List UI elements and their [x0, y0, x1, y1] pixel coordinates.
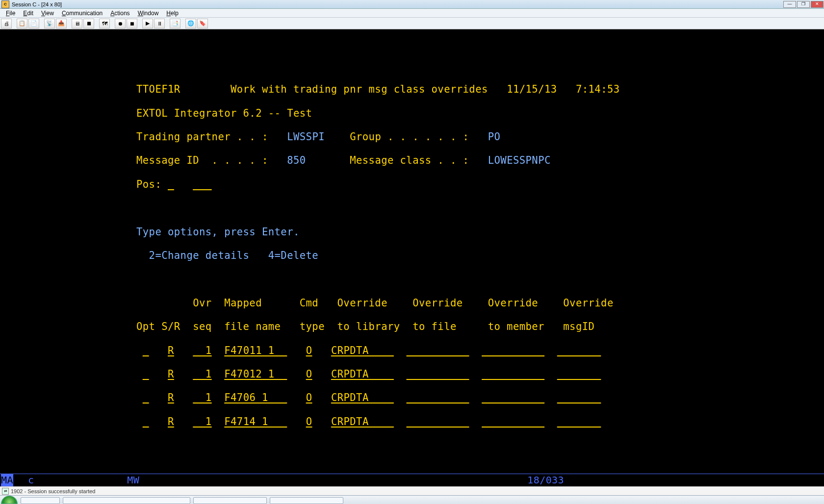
- cmd-field[interactable]: O: [306, 392, 312, 403]
- seq-field[interactable]: 1: [193, 416, 211, 428]
- opt-field[interactable]: _: [143, 416, 149, 428]
- file2-field[interactable]: [407, 392, 469, 403]
- toolbar-map-button[interactable]: 🗺: [99, 19, 110, 28]
- group-label: Group . . . . . . :: [350, 131, 469, 143]
- menu-file[interactable]: File: [2, 10, 19, 17]
- member-field[interactable]: [482, 392, 544, 403]
- oia-ma: MA: [1, 474, 13, 486]
- sr-field[interactable]: R: [168, 416, 174, 428]
- cmd-field[interactable]: O: [306, 368, 312, 380]
- cmd-field[interactable]: O: [306, 345, 312, 356]
- menu-edit[interactable]: Edit: [19, 10, 37, 17]
- pos-field-1[interactable]: _: [168, 178, 174, 190]
- oia-c: c: [28, 474, 34, 486]
- tp-label: Trading partner . . :: [136, 131, 268, 143]
- toolbar-play-button[interactable]: ▶: [142, 19, 153, 28]
- member-field[interactable]: [482, 368, 544, 380]
- file2-field[interactable]: [407, 416, 469, 428]
- toolbar-send-button[interactable]: 📡: [44, 19, 55, 28]
- screen-time: 7:14:53: [576, 83, 620, 95]
- toolbar-record-button[interactable]: ⏺: [115, 19, 126, 28]
- menu-communication[interactable]: Communication: [58, 10, 106, 17]
- msgid-field[interactable]: [557, 368, 601, 380]
- menu-actions[interactable]: Actions: [106, 10, 133, 17]
- toolbar-help-button[interactable]: 🌐: [185, 19, 196, 28]
- member-field[interactable]: [482, 416, 544, 428]
- toolbar-stop-button[interactable]: ⏹: [127, 19, 137, 28]
- options-line: 2=Change details 4=Delete: [136, 250, 318, 261]
- pos-field-2[interactable]: ___: [193, 178, 211, 190]
- menu-bar: File Edit View Communication Actions Win…: [0, 9, 824, 18]
- toolbar-btn-12[interactable]: ⏸: [154, 19, 165, 28]
- sr-field[interactable]: R: [168, 368, 174, 380]
- program-id: TTOEF1R: [136, 83, 180, 95]
- seq-field[interactable]: 1: [193, 392, 211, 403]
- opt-field[interactable]: _: [143, 368, 149, 380]
- msgclass-value: LOWESSPNPC: [488, 154, 551, 166]
- msgclass-label: Message class . . :: [350, 154, 469, 166]
- seq-field[interactable]: 1: [193, 345, 211, 356]
- cmd-field[interactable]: O: [306, 416, 312, 428]
- lib-field[interactable]: CRPDTA: [331, 345, 394, 356]
- oia-cursor-pos: 18/033: [527, 474, 564, 486]
- file2-field[interactable]: [407, 345, 469, 356]
- tp-value: LWSSPI: [287, 131, 325, 143]
- sr-field[interactable]: R: [168, 392, 174, 403]
- toolbar: 🖨 📋 📄 📡 📥 🖥 ◼ 🗺 ⏺ ⏹ ▶ ⏸ 📑 🌐 🔖: [0, 18, 824, 29]
- sr-field[interactable]: R: [168, 345, 174, 356]
- toolbar-btn-1[interactable]: 🖨: [1, 19, 12, 28]
- screen-date: 11/15/13: [507, 83, 557, 95]
- toolbar-display-button[interactable]: 🖥: [72, 19, 82, 28]
- title-bar: C Session C - [24 x 80] — ❐ ✕: [0, 0, 824, 9]
- toolbar-paste-button[interactable]: 📄: [28, 19, 39, 28]
- maximize-button[interactable]: ❐: [797, 1, 810, 8]
- window-title: Session C - [24 x 80]: [11, 1, 62, 7]
- menu-window[interactable]: Window: [134, 10, 163, 17]
- oia-mw: MW: [127, 474, 139, 486]
- terminal-screen[interactable]: TTOEF1R Work with trading pnr msg class …: [0, 29, 824, 486]
- toolbar-btn-13[interactable]: 📑: [170, 19, 180, 28]
- menu-help[interactable]: Help: [162, 10, 182, 17]
- file-field[interactable]: F47011_1: [224, 345, 287, 356]
- file2-field[interactable]: [407, 368, 469, 380]
- toolbar-btn-15[interactable]: 🔖: [197, 19, 208, 28]
- screen-title: Work with trading pnr msg class override…: [231, 83, 488, 95]
- toolbar-copy-button[interactable]: 📋: [17, 19, 27, 28]
- close-button[interactable]: ✕: [811, 1, 824, 8]
- toolbar-color-button[interactable]: ◼: [83, 19, 94, 28]
- member-field[interactable]: [482, 345, 544, 356]
- msgid-value: 850: [287, 154, 306, 166]
- minimize-button[interactable]: —: [783, 1, 796, 8]
- opt-field[interactable]: _: [143, 345, 149, 356]
- lib-field[interactable]: CRPDTA: [331, 416, 394, 428]
- opt-field[interactable]: _: [143, 392, 149, 403]
- msgid-field[interactable]: [557, 392, 601, 403]
- file-field[interactable]: F4706_1: [224, 392, 287, 403]
- oia-line: MA c MW 18/033: [0, 474, 824, 486]
- msgid-field[interactable]: [557, 345, 601, 356]
- menu-view[interactable]: View: [37, 10, 58, 17]
- msgid-field[interactable]: [557, 416, 601, 428]
- lib-field[interactable]: CRPDTA: [331, 392, 394, 403]
- app-icon: C: [1, 0, 9, 8]
- toolbar-recv-button[interactable]: 📥: [56, 19, 67, 28]
- file-field[interactable]: F4714_1: [224, 416, 287, 428]
- group-value: PO: [488, 131, 501, 143]
- file-field[interactable]: F47012_1: [224, 368, 287, 380]
- instructions: Type options, press Enter.: [136, 226, 300, 238]
- screen-subtitle: EXTOL Integrator 6.2 -- Test: [136, 107, 312, 119]
- seq-field[interactable]: 1: [193, 368, 211, 380]
- lib-field[interactable]: CRPDTA: [331, 368, 394, 380]
- msgid-label: Message ID . . . . :: [136, 154, 268, 166]
- pos-label: Pos:: [136, 178, 161, 190]
